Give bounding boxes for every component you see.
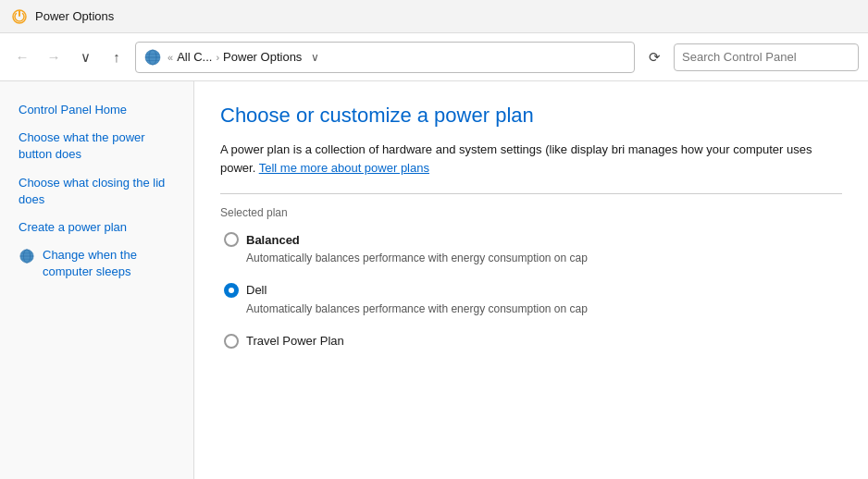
- back-button[interactable]: ←: [9, 44, 35, 70]
- content-area: Choose or customize a power plan A power…: [194, 81, 868, 479]
- nav-globe-icon: [143, 48, 162, 67]
- plan-header-travel: Travel Power Plan: [224, 334, 842, 349]
- plan-desc-dell: Automatically balances performance with …: [246, 301, 842, 317]
- content-title: Choose or customize a power plan: [220, 104, 842, 128]
- sidebar: Control Panel Home Choose what the power…: [0, 81, 194, 479]
- sidebar-item-power-button[interactable]: Choose what the power button does: [0, 124, 193, 168]
- address-bar: ← → ∨ ↑ « All C... › Power Options ∨ ⟳: [0, 33, 868, 81]
- plan-item-balanced: Balanced Automatically balances performa…: [220, 232, 842, 266]
- plan-item-dell: Dell Automatically balances performance …: [220, 283, 842, 317]
- plan-header-dell: Dell: [224, 283, 842, 298]
- breadcrumb-allc[interactable]: All C...: [177, 50, 212, 64]
- plan-group: Selected plan Balanced Automatically bal…: [220, 193, 842, 349]
- plan-header-balanced: Balanced: [224, 232, 842, 247]
- refresh-button[interactable]: ⟳: [640, 43, 668, 71]
- power-options-icon: [11, 8, 28, 25]
- radio-balanced[interactable]: [224, 232, 239, 247]
- sidebar-item-when-sleeps[interactable]: Change when the computer sleeps: [0, 241, 193, 286]
- plan-item-travel: Travel Power Plan: [220, 334, 842, 349]
- breadcrumb-chevron-icon[interactable]: ∨: [311, 51, 319, 64]
- up-button[interactable]: ↑: [104, 44, 130, 70]
- sidebar-item-control-panel-home[interactable]: Control Panel Home: [0, 96, 193, 124]
- radio-dell[interactable]: [224, 283, 239, 298]
- plan-name-travel: Travel Power Plan: [246, 334, 344, 348]
- title-bar: Power Options: [0, 0, 868, 33]
- breadcrumb-current[interactable]: Power Options: [223, 50, 302, 64]
- sidebar-item-closing-lid[interactable]: Choose what closing the lid does: [0, 169, 193, 214]
- sidebar-item-create-plan[interactable]: Create a power plan: [0, 214, 193, 241]
- plan-desc-balanced: Automatically balances performance with …: [246, 251, 842, 266]
- main-container: Control Panel Home Choose what the power…: [0, 81, 868, 479]
- breadcrumb-path: « All C... › Power Options: [167, 50, 302, 64]
- search-input[interactable]: [674, 43, 859, 71]
- plan-group-label: Selected plan: [220, 206, 295, 219]
- plan-name-dell: Dell: [246, 283, 267, 297]
- address-box[interactable]: « All C... › Power Options ∨: [135, 42, 635, 73]
- globe-icon: [19, 248, 35, 264]
- content-description: A power plan is a collection of hardware…: [220, 141, 842, 177]
- title-bar-text: Power Options: [35, 9, 114, 23]
- learn-more-link[interactable]: Tell me more about power plans: [259, 161, 429, 175]
- expand-button[interactable]: ∨: [72, 44, 98, 70]
- forward-button[interactable]: →: [41, 44, 67, 70]
- plan-name-balanced: Balanced: [246, 233, 300, 247]
- breadcrumb-sep1: «: [167, 52, 173, 63]
- radio-travel[interactable]: [224, 334, 239, 349]
- breadcrumb-arrow: ›: [216, 52, 219, 63]
